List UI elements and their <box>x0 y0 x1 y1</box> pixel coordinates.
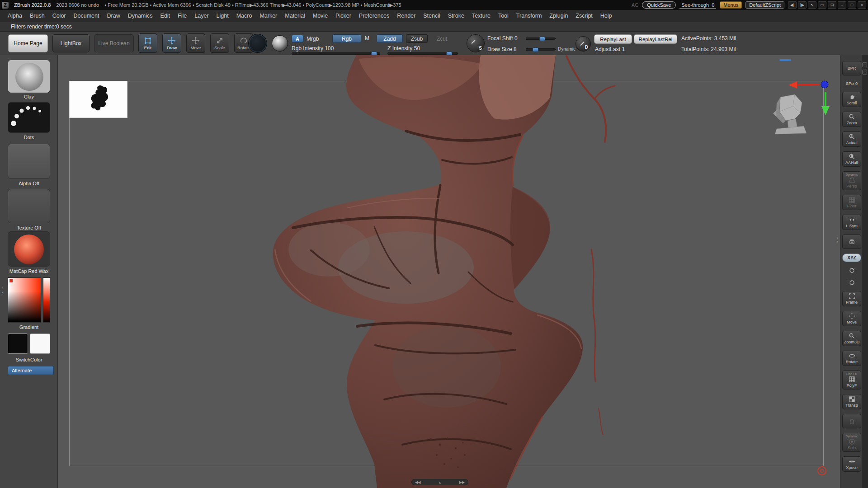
rgb-button[interactable]: Rgb <box>332 34 361 43</box>
menu-item-dynamics[interactable]: Dynamics <box>128 13 153 19</box>
brush-selector[interactable] <box>8 60 50 93</box>
secondary-color-swatch[interactable] <box>30 333 50 354</box>
timeline-scroller[interactable]: ◀◀ ▲ ▶▶ <box>411 479 468 485</box>
right-tray-splitter[interactable]: ‹› <box>835 236 839 244</box>
menu-item-macro[interactable]: Macro <box>236 13 252 19</box>
frame-button[interactable]: Frame <box>842 291 861 306</box>
menu-item-tool[interactable]: Tool <box>498 13 509 19</box>
color-picker-hue-strip[interactable] <box>43 277 50 323</box>
menu-item-document[interactable]: Document <box>74 13 99 19</box>
cursor-icon[interactable]: ↖ <box>808 1 816 9</box>
persp-button[interactable]: DynamicPersp <box>842 171 861 190</box>
current-brush-preview[interactable] <box>248 34 267 53</box>
color-picker-square[interactable] <box>8 277 41 323</box>
draw-size-handle[interactable] <box>533 47 538 52</box>
stroke-selector[interactable] <box>8 102 50 133</box>
default-zscript-button[interactable]: DefaultZScript <box>745 1 784 9</box>
replay-last-button[interactable]: ReplayLast <box>594 34 632 44</box>
aahalf-button[interactable]: AAHalf <box>842 151 861 167</box>
close-icon[interactable]: × <box>858 1 866 9</box>
minimize-icon[interactable]: – <box>838 1 846 9</box>
lightbox-button[interactable]: LightBox <box>52 34 90 52</box>
spix-button[interactable]: SPix 0 <box>842 80 861 87</box>
draw-size-slider[interactable] <box>526 48 556 51</box>
zcut-button[interactable]: Zcut <box>437 36 447 42</box>
dynamic-toggle[interactable]: Dynamic <box>558 47 576 52</box>
menu-item-help[interactable]: Help <box>600 13 612 19</box>
focal-shift-slider[interactable] <box>526 38 556 40</box>
menu-item-marker[interactable]: Marker <box>259 13 277 19</box>
left-tray-splitter[interactable]: ‹› <box>0 286 4 295</box>
document-canvas[interactable]: ◀◀ ▲ ▶▶ ‹› <box>58 55 840 488</box>
menu-item-preferences[interactable]: Preferences <box>359 13 389 19</box>
rotate-cw-button[interactable] <box>842 267 861 274</box>
xpose-button[interactable]: Xpose <box>842 456 861 472</box>
switch-color-button[interactable]: SwitchColor <box>0 357 58 362</box>
texture-selector[interactable] <box>8 189 50 223</box>
menu-item-movie[interactable]: Movie <box>313 13 328 19</box>
move-mode-button[interactable]: Move <box>186 33 205 53</box>
local-pivot-button[interactable] <box>842 235 861 249</box>
menu-item-color[interactable]: Color <box>52 13 66 19</box>
ghost-button[interactable] <box>842 414 861 428</box>
focal-shift-handle[interactable] <box>539 37 545 41</box>
menu-item-material[interactable]: Material <box>285 13 305 19</box>
material-selector[interactable] <box>8 231 50 267</box>
grid-view-icon[interactable]: ⊞ <box>828 1 836 9</box>
maximize-icon[interactable]: □ <box>848 1 856 9</box>
scroll-left-icon[interactable]: ◀◀ <box>415 480 420 484</box>
zadd-button[interactable]: Zadd <box>377 34 403 43</box>
menu-item-light[interactable]: Light <box>217 13 229 19</box>
gradient-color-chip[interactable]: A <box>292 35 303 42</box>
zoom-button[interactable]: Zoom <box>842 112 861 127</box>
menu-item-transform[interactable]: Transform <box>516 13 542 19</box>
monitor-icon[interactable]: ▭ <box>818 1 826 9</box>
menu-item-zplugin[interactable]: Zplugin <box>549 13 568 19</box>
mrgb-button[interactable]: Mrgb <box>307 36 319 42</box>
menu-item-brush[interactable]: Brush <box>30 13 45 19</box>
menu-item-stencil[interactable]: Stencil <box>423 13 440 19</box>
alpha-selector[interactable] <box>8 144 50 179</box>
stroke-pen-s-button[interactable]: S <box>467 34 485 52</box>
zsub-button[interactable]: Zsub <box>406 34 428 43</box>
menu-item-file[interactable]: File <box>178 13 187 19</box>
stroke-pen-d-button[interactable]: D <box>576 36 591 52</box>
home-page-button[interactable]: Home Page <box>8 34 48 52</box>
menu-item-draw[interactable]: Draw <box>107 13 120 19</box>
scroll-button[interactable]: Scroll <box>842 92 861 107</box>
camera-head-preview[interactable] <box>772 94 808 135</box>
actual-button[interactable]: Actual <box>842 131 861 147</box>
rotate-button[interactable]: Rotate <box>842 351 861 366</box>
m-button[interactable]: M <box>365 35 369 42</box>
transp-button[interactable]: Transp <box>842 394 861 409</box>
menu-item-picker[interactable]: Picker <box>335 13 351 19</box>
menu-item-edit[interactable]: Edit <box>160 13 170 19</box>
polyf-button[interactable]: Line FillPolyF <box>842 371 861 389</box>
z-intensity-slider[interactable] <box>387 52 458 55</box>
scroll-handle-icon[interactable]: ▲ <box>439 481 442 484</box>
quicksave-button[interactable]: QuickSave <box>642 1 676 9</box>
adjust-last-slider[interactable]: AdjustLast 1 <box>595 46 625 52</box>
zoom3d-button[interactable]: Zoom3D <box>842 331 861 346</box>
menu-item-stroke[interactable]: Stroke <box>448 13 464 19</box>
bpr-button[interactable]: BPR <box>842 61 861 75</box>
current-material-preview[interactable] <box>272 35 288 52</box>
shelf-collapse-left-icon[interactable]: ◀| <box>788 1 797 9</box>
edit-mode-button[interactable]: Edit <box>138 33 157 53</box>
tray-doc-icon[interactable] <box>862 62 867 67</box>
lsym-button[interactable]: L.Sym <box>842 215 861 230</box>
live-boolean-button[interactable]: Live Boolean <box>94 34 134 52</box>
rotate-ccw-button[interactable] <box>842 279 861 286</box>
scroll-right-icon[interactable]: ▶▶ <box>459 480 465 484</box>
solo-button[interactable]: DynamicSolo <box>842 433 861 452</box>
sculpture-3d-model[interactable] <box>58 55 840 488</box>
menu-item-render[interactable]: Render <box>397 13 415 19</box>
scale-mode-button[interactable]: Scale <box>210 33 229 53</box>
main-color-swatch[interactable] <box>8 333 28 354</box>
menu-item-alpha[interactable]: Alpha <box>8 13 22 19</box>
draw-mode-button[interactable]: Draw <box>162 33 181 53</box>
menu-item-layer[interactable]: Layer <box>194 13 208 19</box>
canvas-h-scroll-marker[interactable] <box>779 59 791 61</box>
move-button[interactable]: Move <box>842 311 861 326</box>
alternate-button[interactable]: Alternate <box>8 366 54 375</box>
